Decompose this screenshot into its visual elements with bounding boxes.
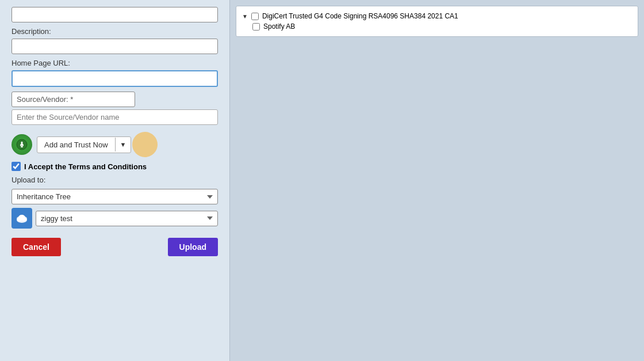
action-row: Add and Trust Now ▼ bbox=[12, 132, 218, 157]
cert-tree-box: ▼ DigiCert Trusted G4 Code Signing RSA40… bbox=[236, 6, 638, 37]
date-input[interactable]: 2024-06-19 08:41:48 bbox=[12, 7, 218, 22]
cert-checkbox-1[interactable] bbox=[251, 13, 259, 20]
cert-checkbox-2[interactable] bbox=[252, 23, 260, 31]
add-trust-dropdown-arrow[interactable]: ▼ bbox=[115, 138, 131, 151]
vendor-label: Source/Vendor: * bbox=[12, 92, 135, 107]
tree-triangle-1: ▼ bbox=[242, 13, 248, 20]
add-trust-label: Add and Trust Now bbox=[37, 137, 115, 153]
date-field-group: 2024-06-19 08:41:48 bbox=[12, 7, 218, 22]
homepage-label: Home Page URL: bbox=[12, 59, 218, 67]
description-field-group: Description: ziggy test-Microsoft Corpor… bbox=[12, 27, 218, 54]
cert-tree-item-2: Spotify AB bbox=[252, 21, 632, 32]
vendor-input[interactable] bbox=[12, 109, 218, 125]
svg-rect-3 bbox=[21, 146, 23, 147]
cert-label-2: Spotify AB bbox=[263, 22, 295, 31]
terms-checkbox[interactable] bbox=[12, 162, 21, 171]
cert-label-1: DigiCert Trusted G4 Code Signing RSA4096… bbox=[262, 12, 458, 20]
dropdown-highlight bbox=[132, 132, 158, 157]
cancel-button[interactable]: Cancel bbox=[12, 238, 61, 256]
upload-to-label: Upload to: bbox=[12, 176, 218, 184]
homepage-field-group: Home Page URL: https://www.microsoft.com bbox=[12, 59, 218, 87]
cert-tree-item-1: ▼ DigiCert Trusted G4 Code Signing RSA40… bbox=[242, 11, 632, 21]
upload-section: Upload to: Inheritance Tree Personal Sto… bbox=[12, 176, 218, 229]
target-row: ziggy test other option bbox=[12, 208, 218, 229]
homepage-input[interactable]: https://www.microsoft.com bbox=[12, 70, 218, 87]
left-panel: 2024-06-19 08:41:48 Description: ziggy t… bbox=[0, 0, 230, 361]
target-select[interactable]: ziggy test other option bbox=[36, 211, 218, 226]
terms-row: I Accept the Terms and Conditions bbox=[12, 162, 218, 171]
vendor-field-group: Source/Vendor: * bbox=[12, 92, 218, 125]
description-input[interactable]: ziggy test-Microsoft Corporation ( bbox=[12, 39, 218, 54]
right-panel: ▼ DigiCert Trusted G4 Code Signing RSA40… bbox=[230, 0, 644, 361]
upload-button[interactable]: Upload bbox=[168, 238, 218, 256]
terms-label: I Accept the Terms and Conditions bbox=[24, 162, 147, 171]
cloud-icon bbox=[12, 208, 32, 229]
svg-point-7 bbox=[18, 215, 25, 221]
trust-icon bbox=[12, 134, 32, 155]
bottom-buttons: Cancel Upload bbox=[12, 238, 218, 256]
description-label: Description: bbox=[12, 27, 218, 36]
add-trust-button-group[interactable]: Add and Trust Now ▼ bbox=[37, 136, 131, 153]
svg-rect-2 bbox=[20, 145, 24, 146]
upload-to-select[interactable]: Inheritance Tree Personal Store Enterpri… bbox=[12, 189, 218, 204]
